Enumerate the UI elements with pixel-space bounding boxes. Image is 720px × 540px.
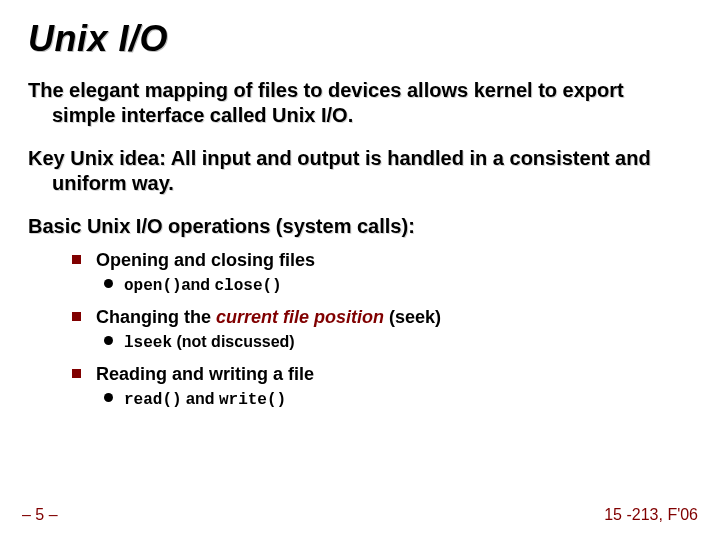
code-lseek: lseek [124,334,172,352]
code-write: write() [219,391,286,409]
code-open: open() [124,277,182,295]
text-not-discussed: (not discussed) [172,333,295,350]
op-seek-pre: Changing the [96,307,216,327]
op-read-write: Reading and writing a file read() and wr… [72,363,692,412]
op-open-close: Opening and closing files open()and clos… [72,249,692,298]
slide: Unix I/O The elegant mapping of files to… [0,0,720,540]
op-seek: Changing the current file position (seek… [72,306,692,355]
op-read-write-detail: read() and write() [104,388,692,412]
op-read-write-sub: read() and write() [104,388,692,412]
op-open-close-detail: open()and close() [104,274,692,298]
op-seek-sub: lseek (not discussed) [104,331,692,355]
op-seek-detail: lseek (not discussed) [104,331,692,355]
intro-paragraph-2: Key Unix idea: All input and output is h… [28,146,692,196]
text-and-1: and [182,276,215,293]
course-code: 15 -213, F'06 [604,506,698,524]
code-read: read() [124,391,182,409]
intro-paragraph-1: The elegant mapping of files to devices … [28,78,692,128]
slide-title: Unix I/O [28,18,692,60]
op-open-close-label: Opening and closing files [96,250,315,270]
text-and-2: and [182,390,219,407]
op-read-write-label: Reading and writing a file [96,364,314,384]
op-seek-post: (seek) [384,307,441,327]
op-open-close-sub: open()and close() [104,274,692,298]
code-close: close() [215,277,282,295]
slide-number: – 5 – [22,506,58,524]
op-seek-em: current file position [216,307,384,327]
operations-list: Opening and closing files open()and clos… [72,249,692,412]
intro-paragraph-3: Basic Unix I/O operations (system calls)… [28,214,692,239]
